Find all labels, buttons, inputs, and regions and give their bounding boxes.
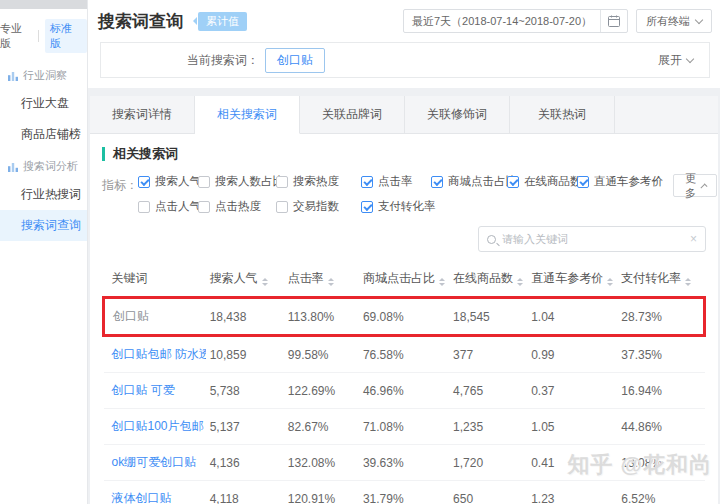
sidebar-group-label: 行业洞察	[23, 68, 67, 83]
title-row: 搜索词查询 累计值 最近7天（2018-07-14~2018-07-20） 所有…	[98, 8, 712, 34]
indicator-checkbox-item[interactable]: 搜索人气	[138, 174, 198, 189]
column-header[interactable]: 点击率	[284, 262, 359, 298]
sidebar-item-industry-hot-search-words[interactable]: 行业热搜词	[0, 179, 87, 210]
column-header-label: 在线商品数	[453, 271, 513, 285]
column-header[interactable]: 在线商品数	[449, 262, 527, 298]
sidebar-item-industry-overview[interactable]: 行业大盘	[0, 88, 87, 119]
sort-icon[interactable]	[517, 278, 523, 286]
sort-icon[interactable]	[607, 278, 613, 286]
indicator-checkbox-item[interactable]: 点击热度	[198, 199, 276, 214]
table-row: 创口贴 可爱5,738122.69%46.96%4,7650.3716.94%	[104, 373, 705, 409]
indicator-label: 点击率	[378, 174, 413, 189]
expand-toggle[interactable]: 展开	[658, 52, 693, 69]
related-search-panel: 搜索词详情相关搜索词关联品牌词关联修饰词关联热词 相关搜索词 指标： 搜索人气搜…	[90, 96, 718, 504]
tab-related-modifier-terms[interactable]: 关联修饰词	[405, 96, 510, 133]
more-label: 更多	[684, 171, 697, 201]
column-header-label: 支付转化率	[621, 271, 681, 285]
indicator-checkbox-item[interactable]: 搜索人数占比	[198, 174, 276, 189]
checkbox-unchecked-icon[interactable]	[276, 201, 288, 213]
sort-icon[interactable]	[439, 278, 445, 286]
checkbox-checked-icon[interactable]	[431, 176, 443, 188]
column-header[interactable]: 搜索人气	[206, 262, 284, 298]
indicator-checkbox-item[interactable]: 点击率	[361, 174, 431, 189]
sidebar-group-label: 搜索词分析	[23, 159, 78, 174]
checkbox-unchecked-icon[interactable]	[276, 176, 288, 188]
terminal-filter-label: 所有终端	[646, 14, 690, 29]
keyword-text: 创口贴	[113, 309, 149, 323]
table-row: ok绷可爱创口贴4,136132.08%39.63%1,7200.4113.08…	[104, 445, 705, 481]
terminal-filter-dropdown[interactable]: 所有终端	[636, 9, 712, 33]
tab-related-search-terms[interactable]: 相关搜索词	[195, 96, 300, 134]
date-range-picker[interactable]: 最近7天（2018-07-14~2018-07-20）	[403, 9, 628, 33]
indicator-checkbox-item[interactable]: 搜索热度	[276, 174, 361, 189]
version-tab-pro[interactable]: 专业版	[0, 21, 32, 51]
value-cell: 1.05	[527, 409, 617, 445]
tab-related-brand-terms[interactable]: 关联品牌词	[300, 96, 405, 133]
value-cell: 122.69%	[284, 373, 359, 409]
value-cell: 39.63%	[359, 445, 449, 481]
clear-input-icon[interactable]: ×	[690, 232, 697, 246]
checkbox-unchecked-icon[interactable]	[198, 176, 210, 188]
main-content: 搜索词查询 累计值 最近7天（2018-07-14~2018-07-20） 所有…	[88, 0, 720, 504]
version-tab-standard[interactable]: 标准版	[45, 19, 87, 53]
value-cell: 132.08%	[284, 445, 359, 481]
sort-icon[interactable]	[328, 278, 334, 286]
keyword-link[interactable]: 创口贴 可爱	[112, 383, 175, 397]
value-cell: 4,118	[206, 481, 284, 504]
keyword-cell: 创口贴 可爱	[104, 373, 206, 409]
checkbox-checked-icon[interactable]	[361, 176, 373, 188]
calendar-icon[interactable]	[601, 15, 627, 27]
indicator-checkbox-item[interactable]: 在线商品数	[507, 174, 577, 189]
value-cell: 18,545	[449, 298, 527, 336]
value-cell: 44.86%	[617, 409, 704, 445]
indicator-checkbox-item[interactable]: 商城点击占比	[431, 174, 507, 189]
checkbox-checked-icon[interactable]	[577, 176, 589, 188]
indicator-checkbox-item[interactable]: 支付转化率	[361, 199, 431, 214]
keyword-search-input[interactable]	[502, 233, 684, 245]
keyword-link[interactable]: 液体创口贴	[112, 491, 172, 504]
value-cell: 76.58%	[359, 336, 449, 373]
keyword-link[interactable]: ok绷可爱创口贴	[112, 455, 197, 469]
sidebar-item-search-term-query[interactable]: 搜索词查询	[0, 210, 87, 241]
sidebar-item-product-shop-rank[interactable]: 商品店铺榜	[0, 119, 87, 150]
keyword-cell: 创口贴100片包邮	[104, 409, 206, 445]
checkbox-checked-icon[interactable]	[138, 176, 150, 188]
checkbox-unchecked-icon[interactable]	[198, 201, 210, 213]
column-header[interactable]: 支付转化率	[617, 262, 704, 298]
indicator-checkbox-item[interactable]: 直通车参考价	[577, 174, 673, 189]
expand-label: 展开	[658, 52, 682, 69]
checkbox-checked-icon[interactable]	[507, 176, 519, 188]
indicator-row: 搜索人气搜索人数占比搜索热度点击率商城点击占比在线商品数直通车参考价	[138, 174, 673, 189]
column-header-label: 关键词	[112, 271, 148, 285]
column-header[interactable]: 商城点击占比	[359, 262, 449, 298]
checkbox-unchecked-icon[interactable]	[138, 201, 150, 213]
cumulative-value-badge: 累计值	[198, 12, 247, 31]
more-indicators-button[interactable]: 更多	[673, 174, 717, 197]
indicator-grid: 搜索人气搜索人数占比搜索热度点击率商城点击占比在线商品数直通车参考价点击人气点击…	[138, 174, 673, 224]
value-cell: 1.04	[527, 298, 617, 336]
keyword-link[interactable]: 创口贴包邮 防水透气 ...	[112, 347, 206, 361]
indicator-checkbox-item[interactable]: 交易指数	[276, 199, 361, 214]
tab-search-term-detail[interactable]: 搜索词详情	[90, 96, 195, 133]
section-title: 相关搜索词	[102, 147, 706, 161]
search-icon	[487, 235, 496, 244]
industry-insight-icon	[7, 70, 19, 82]
checkbox-checked-icon[interactable]	[361, 201, 373, 213]
column-header[interactable]: 直通车参考价	[527, 262, 617, 298]
column-header-label: 点击率	[288, 271, 324, 285]
table-row: 液体创口贴4,118120.91%31.79%6501.236.52%	[104, 481, 705, 504]
keyword-link[interactable]: 创口贴100片包邮	[112, 419, 204, 433]
indicator-checkbox-item[interactable]: 点击人气	[138, 199, 198, 214]
current-search-term-button[interactable]: 创口贴	[265, 48, 325, 73]
keyword-cell: 创口贴	[104, 298, 206, 336]
tab-related-hot-terms[interactable]: 关联热词	[510, 96, 615, 133]
value-cell: 5,137	[206, 409, 284, 445]
sort-icon[interactable]	[262, 278, 268, 286]
keyword-search-row: ×	[102, 226, 706, 252]
value-cell: 71.08%	[359, 409, 449, 445]
sort-icon[interactable]	[685, 278, 691, 286]
indicator-label: 直通车参考价	[594, 174, 663, 189]
indicator-label: 搜索人数占比	[215, 174, 284, 189]
keyword-cell: 液体创口贴	[104, 481, 206, 504]
chevron-down-icon	[686, 54, 694, 62]
